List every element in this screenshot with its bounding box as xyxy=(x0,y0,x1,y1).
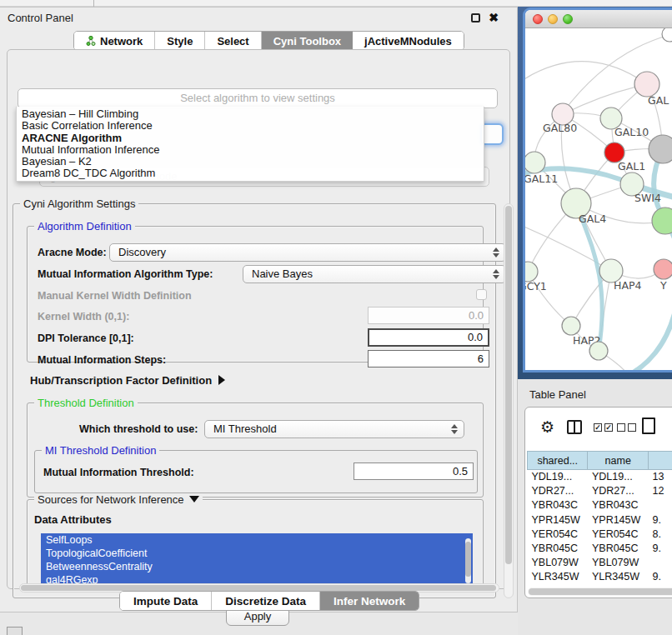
table-cell: YPR145W xyxy=(588,512,648,527)
table-row[interactable]: YBR043CYBR043C xyxy=(528,498,672,512)
tab-network[interactable]: Network xyxy=(74,32,155,50)
close-panel-icon[interactable]: ✖ xyxy=(489,11,499,24)
threshold-definition-group: Threshold Definition Which threshold to … xyxy=(27,402,484,498)
hub-definition-toggle[interactable]: Hub/Transcription Factor Definition xyxy=(30,374,225,387)
node-label-GAL10: GAL10 xyxy=(614,126,649,138)
table-cell: YBR043C xyxy=(528,498,588,512)
network-node-HAP2[interactable] xyxy=(562,317,580,335)
table-row[interactable]: YDL19...YDL19...13 xyxy=(528,470,672,484)
table-cell: YPR145W xyxy=(528,512,588,527)
algorithm-option[interactable]: Dream8 DC_TDC Algorithm xyxy=(17,168,484,179)
network-node-GAL11[interactable] xyxy=(525,152,545,173)
tab-discretize-data[interactable]: Discretize Data xyxy=(212,592,320,610)
attribute-item[interactable]: TopologicalCoefficient xyxy=(41,547,473,560)
which-threshold-combo[interactable]: MI Threshold xyxy=(204,420,464,438)
network-node-top-partial[interactable] xyxy=(662,28,672,42)
network-edge xyxy=(525,62,647,84)
settings-vscroll-thumb[interactable] xyxy=(505,206,512,564)
network-window-titlebar[interactable] xyxy=(525,10,672,28)
network-node-salmon-node[interactable] xyxy=(654,259,672,279)
settings-hscroll-thumb[interactable] xyxy=(21,585,496,591)
tab-impute-data[interactable]: Impute Data xyxy=(120,592,212,610)
attribute-item[interactable]: BetweennessCentrality xyxy=(41,560,473,573)
table-row[interactable]: YER054CYER054C8. xyxy=(528,527,672,541)
table-cell: YBL079W xyxy=(528,556,588,570)
table-row[interactable]: YLR345WYLR345W9. xyxy=(528,570,672,584)
column-layout-icon[interactable] xyxy=(567,420,582,434)
manual-kernel-width-label: Manual Kernel Width Definition xyxy=(38,290,192,302)
node-label-GAL11: GAL11 xyxy=(525,172,558,185)
algorithm-option[interactable]: Bayesian – Hill Climbing xyxy=(17,108,484,120)
mi-steps-field[interactable]: 6 xyxy=(368,350,489,368)
tab-label: Cyni Toolbox xyxy=(273,35,341,48)
network-node-gray-node[interactable] xyxy=(649,135,672,163)
algorithm-definition-title: Algorithm Definition xyxy=(34,220,135,232)
algorithm-option[interactable]: Basic Correlation Inference xyxy=(17,120,484,132)
cyni-bottom-tab-bar: Impute DataDiscretize DataInfer Network xyxy=(119,591,419,611)
minimize-window-icon[interactable] xyxy=(548,14,558,24)
kernel-width-field[interactable]: 0.0 xyxy=(368,307,489,324)
settings-vertical-scrollbar[interactable] xyxy=(504,203,514,598)
aracne-mode-combo[interactable]: Discovery xyxy=(109,243,506,262)
dpi-tolerance-label: DPI Tolerance [0,1]: xyxy=(38,332,134,344)
float-window-icon[interactable] xyxy=(471,13,480,22)
node-label-HAP4: HAP4 xyxy=(614,279,641,292)
network-node-green-right[interactable] xyxy=(652,208,672,234)
algorithm-option[interactable]: Mutual Information Inference xyxy=(17,144,484,156)
tab-jactivemnodules[interactable]: jActiveMNodules xyxy=(353,32,464,50)
algorithm-option[interactable]: Bayesian – K2 xyxy=(17,156,484,168)
table-row[interactable]: YBR045CYBR045C9. xyxy=(528,541,672,555)
tab-select[interactable]: Select xyxy=(205,32,261,50)
attributes-scrollbar-thumb[interactable] xyxy=(465,542,471,577)
new-table-icon[interactable] xyxy=(642,418,655,434)
table-cell xyxy=(648,556,672,570)
sources-group-title[interactable]: Sources for Network Inference xyxy=(34,493,203,506)
tab-cyni-toolbox[interactable]: Cyni Toolbox xyxy=(262,32,353,50)
gear-icon[interactable]: ⚙ xyxy=(540,418,554,437)
manual-kernel-width-checkbox[interactable] xyxy=(476,289,487,300)
table-cell: 9. xyxy=(648,512,672,527)
table-cell: YER054C xyxy=(588,527,648,541)
tab-label: Select xyxy=(217,35,248,48)
network-edge-thick xyxy=(615,303,672,370)
algorithm-select-combo[interactable]: Select algorithm to view settings xyxy=(18,88,498,108)
table-cell xyxy=(648,498,672,512)
check-all-icon[interactable]: ✓✓ xyxy=(594,423,613,432)
mi-algorithm-type-combo[interactable]: Naive Bayes xyxy=(243,265,506,283)
screenshot-root: Control Panel ✖ NetworkStyleSelectCyni T… xyxy=(0,0,672,635)
node-label-gal-partial: GAL xyxy=(648,94,669,107)
uncheck-all-icon[interactable] xyxy=(617,423,636,432)
network-node-gal-partial[interactable] xyxy=(634,72,659,97)
mi-threshold-field[interactable]: 0.5 xyxy=(354,462,474,480)
algorithm-option[interactable]: ARACNE Algorithm xyxy=(17,132,484,144)
table-hscroll-thumb[interactable] xyxy=(529,588,672,595)
table-cell: 9. xyxy=(648,541,672,555)
network-view-window[interactable]: GALGAL80GAL10GAL1GAL11SWI4GAL4GCY1HAP4YH… xyxy=(525,10,672,370)
table-horizontal-scrollbar[interactable] xyxy=(528,588,672,596)
node-table[interactable]: shared...nameYDL19...YDL19...13YDR27...Y… xyxy=(527,451,672,598)
attribute-item[interactable]: SelfLoops xyxy=(41,533,473,547)
node-label-GAL1: GAL1 xyxy=(618,160,645,172)
table-row[interactable]: YDR27...YDR27...12 xyxy=(528,484,672,498)
column-header[interactable] xyxy=(648,452,672,470)
column-header[interactable]: name xyxy=(588,452,648,470)
dpi-tolerance-field[interactable]: 0.0 xyxy=(368,328,489,347)
close-window-icon[interactable] xyxy=(533,14,543,24)
aracne-mode-label: Aracne Mode: xyxy=(38,247,107,258)
zoom-window-icon[interactable] xyxy=(563,14,573,24)
table-row[interactable]: YBL079WYBL079W xyxy=(528,556,672,570)
minimized-panel-chip[interactable] xyxy=(7,627,23,635)
table-cell: YLR345W xyxy=(588,570,648,584)
tab-infer-network[interactable]: Infer Network xyxy=(320,592,419,610)
data-attributes-list[interactable]: SelfLoopsTopologicalCoefficientBetweenne… xyxy=(41,533,473,588)
table-row[interactable]: YPR145WYPR145W9. xyxy=(528,512,672,527)
column-header[interactable]: shared... xyxy=(528,452,588,470)
attributes-scrollbar[interactable] xyxy=(465,538,471,583)
data-attributes-label: Data Attributes xyxy=(34,513,112,526)
tab-style[interactable]: Style xyxy=(155,32,205,50)
table-cell: YBR045C xyxy=(528,541,588,555)
collapsed-arrow-icon xyxy=(218,375,225,385)
network-canvas[interactable]: GALGAL80GAL10GAL1GAL11SWI4GAL4GCY1HAP4YH… xyxy=(525,28,672,370)
network-node-GCY1[interactable] xyxy=(525,262,538,282)
network-node-bottom-green[interactable] xyxy=(589,342,608,360)
